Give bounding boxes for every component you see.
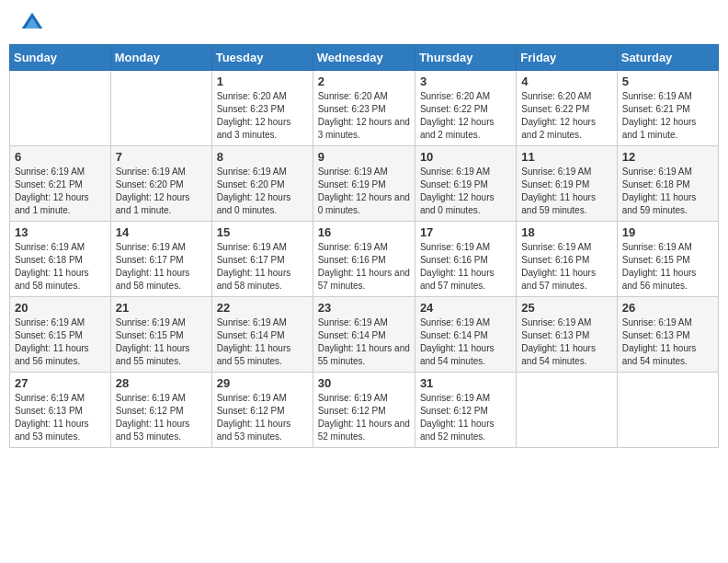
day-number: 25 bbox=[521, 301, 611, 315]
calendar-cell: 15Sunrise: 6:19 AM Sunset: 6:17 PM Dayli… bbox=[211, 222, 313, 297]
day-info: Sunrise: 6:19 AM Sunset: 6:14 PM Dayligh… bbox=[318, 316, 410, 368]
calendar-cell: 31Sunrise: 6:19 AM Sunset: 6:12 PM Dayli… bbox=[415, 373, 516, 448]
logo bbox=[18, 9, 50, 37]
day-number: 1 bbox=[217, 75, 308, 88]
day-number: 5 bbox=[622, 75, 713, 88]
calendar-cell: 2Sunrise: 6:20 AM Sunset: 6:23 PM Daylig… bbox=[313, 71, 415, 146]
calendar-cell: 16Sunrise: 6:19 AM Sunset: 6:16 PM Dayli… bbox=[313, 222, 415, 297]
calendar-cell: 27Sunrise: 6:19 AM Sunset: 6:13 PM Dayli… bbox=[10, 373, 111, 448]
calendar-cell: 19Sunrise: 6:19 AM Sunset: 6:15 PM Dayli… bbox=[617, 222, 718, 297]
day-number: 18 bbox=[521, 225, 611, 239]
calendar-cell bbox=[617, 373, 718, 448]
day-info: Sunrise: 6:19 AM Sunset: 6:15 PM Dayligh… bbox=[116, 316, 207, 368]
calendar-cell: 21Sunrise: 6:19 AM Sunset: 6:15 PM Dayli… bbox=[110, 297, 211, 373]
day-number: 31 bbox=[420, 376, 511, 390]
day-info: Sunrise: 6:20 AM Sunset: 6:22 PM Dayligh… bbox=[521, 90, 611, 142]
day-number: 16 bbox=[318, 225, 410, 239]
day-number: 19 bbox=[622, 225, 713, 239]
calendar-cell bbox=[517, 373, 617, 448]
calendar-cell: 29Sunrise: 6:19 AM Sunset: 6:12 PM Dayli… bbox=[211, 373, 313, 448]
day-info: Sunrise: 6:19 AM Sunset: 6:20 PM Dayligh… bbox=[116, 166, 207, 217]
calendar-cell: 8Sunrise: 6:19 AM Sunset: 6:20 PM Daylig… bbox=[211, 146, 313, 222]
day-number: 26 bbox=[622, 301, 713, 315]
day-number: 11 bbox=[521, 150, 611, 164]
day-info: Sunrise: 6:19 AM Sunset: 6:13 PM Dayligh… bbox=[622, 316, 713, 368]
day-info: Sunrise: 6:19 AM Sunset: 6:13 PM Dayligh… bbox=[521, 316, 611, 368]
day-number: 10 bbox=[420, 150, 511, 164]
week-row-1: 1Sunrise: 6:20 AM Sunset: 6:23 PM Daylig… bbox=[10, 71, 719, 146]
day-number: 30 bbox=[318, 376, 410, 390]
day-info: Sunrise: 6:19 AM Sunset: 6:20 PM Dayligh… bbox=[217, 166, 308, 217]
day-number: 29 bbox=[217, 376, 308, 390]
weekday-header-saturday: Saturday bbox=[617, 45, 718, 71]
day-number: 27 bbox=[15, 376, 106, 390]
calendar-cell bbox=[10, 71, 111, 146]
weekday-header-tuesday: Tuesday bbox=[211, 45, 313, 71]
calendar-cell: 9Sunrise: 6:19 AM Sunset: 6:19 PM Daylig… bbox=[313, 146, 415, 222]
calendar-cell: 14Sunrise: 6:19 AM Sunset: 6:17 PM Dayli… bbox=[110, 222, 211, 297]
calendar-cell: 20Sunrise: 6:19 AM Sunset: 6:15 PM Dayli… bbox=[10, 297, 111, 373]
day-info: Sunrise: 6:19 AM Sunset: 6:14 PM Dayligh… bbox=[217, 316, 308, 368]
day-info: Sunrise: 6:19 AM Sunset: 6:16 PM Dayligh… bbox=[318, 241, 410, 293]
day-number: 13 bbox=[15, 225, 106, 239]
page-header bbox=[9, 9, 719, 37]
week-row-5: 27Sunrise: 6:19 AM Sunset: 6:13 PM Dayli… bbox=[10, 373, 719, 448]
day-number: 12 bbox=[622, 150, 713, 164]
day-info: Sunrise: 6:19 AM Sunset: 6:12 PM Dayligh… bbox=[318, 392, 410, 443]
day-info: Sunrise: 6:19 AM Sunset: 6:16 PM Dayligh… bbox=[420, 241, 511, 293]
calendar-cell: 25Sunrise: 6:19 AM Sunset: 6:13 PM Dayli… bbox=[517, 297, 617, 373]
logo-icon bbox=[18, 9, 46, 37]
calendar-cell: 6Sunrise: 6:19 AM Sunset: 6:21 PM Daylig… bbox=[10, 146, 111, 222]
day-info: Sunrise: 6:19 AM Sunset: 6:18 PM Dayligh… bbox=[622, 166, 713, 217]
day-number: 21 bbox=[116, 301, 207, 315]
day-info: Sunrise: 6:19 AM Sunset: 6:12 PM Dayligh… bbox=[217, 392, 308, 443]
day-number: 22 bbox=[217, 301, 308, 315]
day-number: 28 bbox=[116, 376, 207, 390]
week-row-3: 13Sunrise: 6:19 AM Sunset: 6:18 PM Dayli… bbox=[10, 222, 719, 297]
day-info: Sunrise: 6:19 AM Sunset: 6:12 PM Dayligh… bbox=[420, 392, 511, 443]
day-info: Sunrise: 6:19 AM Sunset: 6:15 PM Dayligh… bbox=[15, 316, 106, 368]
day-info: Sunrise: 6:19 AM Sunset: 6:19 PM Dayligh… bbox=[420, 166, 511, 217]
calendar-cell: 18Sunrise: 6:19 AM Sunset: 6:16 PM Dayli… bbox=[517, 222, 617, 297]
day-number: 9 bbox=[318, 150, 410, 164]
day-info: Sunrise: 6:20 AM Sunset: 6:23 PM Dayligh… bbox=[318, 90, 410, 142]
day-number: 3 bbox=[420, 75, 511, 88]
weekday-header-row: SundayMondayTuesdayWednesdayThursdayFrid… bbox=[10, 45, 719, 71]
calendar-cell: 3Sunrise: 6:20 AM Sunset: 6:22 PM Daylig… bbox=[415, 71, 516, 146]
day-info: Sunrise: 6:19 AM Sunset: 6:17 PM Dayligh… bbox=[217, 241, 308, 293]
calendar-cell: 10Sunrise: 6:19 AM Sunset: 6:19 PM Dayli… bbox=[415, 146, 516, 222]
day-info: Sunrise: 6:19 AM Sunset: 6:16 PM Dayligh… bbox=[521, 241, 611, 293]
day-number: 20 bbox=[15, 301, 106, 315]
calendar-cell: 11Sunrise: 6:19 AM Sunset: 6:19 PM Dayli… bbox=[517, 146, 617, 222]
day-number: 2 bbox=[318, 75, 410, 88]
calendar-cell: 12Sunrise: 6:19 AM Sunset: 6:18 PM Dayli… bbox=[617, 146, 718, 222]
calendar-cell: 23Sunrise: 6:19 AM Sunset: 6:14 PM Dayli… bbox=[313, 297, 415, 373]
calendar-cell: 1Sunrise: 6:20 AM Sunset: 6:23 PM Daylig… bbox=[211, 71, 313, 146]
weekday-header-wednesday: Wednesday bbox=[313, 45, 415, 71]
calendar-cell: 26Sunrise: 6:19 AM Sunset: 6:13 PM Dayli… bbox=[617, 297, 718, 373]
day-number: 14 bbox=[116, 225, 207, 239]
day-info: Sunrise: 6:19 AM Sunset: 6:14 PM Dayligh… bbox=[420, 316, 511, 368]
day-info: Sunrise: 6:19 AM Sunset: 6:18 PM Dayligh… bbox=[15, 241, 106, 293]
weekday-header-monday: Monday bbox=[110, 45, 211, 71]
day-info: Sunrise: 6:19 AM Sunset: 6:17 PM Dayligh… bbox=[116, 241, 207, 293]
calendar-cell: 5Sunrise: 6:19 AM Sunset: 6:21 PM Daylig… bbox=[617, 71, 718, 146]
calendar-cell: 7Sunrise: 6:19 AM Sunset: 6:20 PM Daylig… bbox=[110, 146, 211, 222]
day-info: Sunrise: 6:19 AM Sunset: 6:21 PM Dayligh… bbox=[622, 90, 713, 142]
day-info: Sunrise: 6:20 AM Sunset: 6:22 PM Dayligh… bbox=[420, 90, 511, 142]
day-info: Sunrise: 6:19 AM Sunset: 6:19 PM Dayligh… bbox=[318, 166, 410, 217]
calendar-cell: 28Sunrise: 6:19 AM Sunset: 6:12 PM Dayli… bbox=[110, 373, 211, 448]
calendar-cell: 30Sunrise: 6:19 AM Sunset: 6:12 PM Dayli… bbox=[313, 373, 415, 448]
weekday-header-friday: Friday bbox=[517, 45, 617, 71]
week-row-2: 6Sunrise: 6:19 AM Sunset: 6:21 PM Daylig… bbox=[10, 146, 719, 222]
calendar-cell: 4Sunrise: 6:20 AM Sunset: 6:22 PM Daylig… bbox=[517, 71, 617, 146]
calendar-cell: 24Sunrise: 6:19 AM Sunset: 6:14 PM Dayli… bbox=[415, 297, 516, 373]
calendar-cell bbox=[110, 71, 211, 146]
day-info: Sunrise: 6:19 AM Sunset: 6:19 PM Dayligh… bbox=[521, 166, 611, 217]
day-number: 6 bbox=[15, 150, 106, 164]
day-number: 17 bbox=[420, 225, 511, 239]
day-info: Sunrise: 6:19 AM Sunset: 6:21 PM Dayligh… bbox=[15, 166, 106, 217]
day-number: 15 bbox=[217, 225, 308, 239]
day-number: 7 bbox=[116, 150, 207, 164]
calendar-table: SundayMondayTuesdayWednesdayThursdayFrid… bbox=[9, 44, 719, 448]
